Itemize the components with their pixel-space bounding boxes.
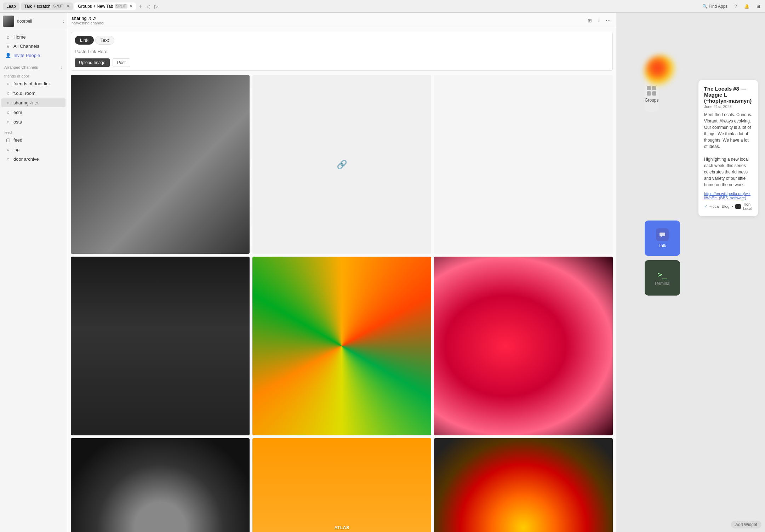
tab-leap[interactable]: Leap <box>3 2 19 10</box>
image-grid: 🔗 ATLAS 🔗 DEPARTMENTR <box>71 75 613 532</box>
post-form: Link Text Upload Image Post <box>71 32 613 71</box>
nav-forward-button[interactable]: ▷ <box>153 4 160 9</box>
content-area: sharing ♫ ♬ harvesting channel ⊞ ↕ ⋯ Lin… <box>67 13 616 532</box>
tab-groups-new-tab[interactable]: Groups + New Tab SPLIT ✕ <box>74 2 136 10</box>
groups-dot-1 <box>647 86 651 90</box>
link-icon-1: 🔗 <box>252 75 431 254</box>
grid-item-link-1[interactable]: 🔗 <box>252 75 431 254</box>
sidebar-item-ecm[interactable]: ○ ecm <box>1 108 65 117</box>
tab-leap-label: Leap <box>6 4 16 9</box>
channel-title-area: sharing ♫ ♬ harvesting channel <box>72 16 104 25</box>
sort-button[interactable]: ↕ <box>596 17 601 24</box>
check-icon: ✓ <box>704 204 707 209</box>
ecm-icon: ○ <box>6 110 11 115</box>
log-icon: ○ <box>6 147 11 152</box>
post-form-actions: Upload Image Post <box>75 58 609 67</box>
username-label: doorbell <box>17 19 32 24</box>
sidebar-item-fod-link[interactable]: ○ friends of door.link <box>1 79 65 88</box>
grid-view-button[interactable]: ⊞ <box>586 17 593 24</box>
info-card-link[interactable]: https://en.wikipedia.org/wiki/Waffle_(BB… <box>704 191 752 200</box>
close-tab-talk[interactable]: ✕ <box>67 4 69 8</box>
groups-grid-icon <box>647 86 656 96</box>
talk-widget-card[interactable]: Talk <box>645 221 680 256</box>
widget-cards-row-2: Talk <box>645 221 758 256</box>
split-btn-groups[interactable]: SPLIT <box>115 4 127 8</box>
tab-groups-label: Groups + New Tab <box>78 4 113 9</box>
grid-item-vinyl[interactable] <box>434 438 613 532</box>
add-tab-button[interactable]: + <box>137 3 143 10</box>
grid-item-1[interactable] <box>71 75 250 254</box>
fod-room-icon: ○ <box>6 91 11 96</box>
info-card-body: Meet the Locals. Curious. Vibrant. Alway… <box>704 111 752 188</box>
find-apps-button[interactable]: 🔍 Find Apps <box>700 3 730 10</box>
talk-icon <box>656 228 669 241</box>
add-widget-button[interactable]: Add Widget <box>731 521 761 528</box>
feed-section-label: feed <box>0 127 67 135</box>
grid-item-portrait[interactable] <box>71 257 250 435</box>
sidebar-item-door-archive[interactable]: ○ door archive <box>1 155 65 164</box>
top-bar-actions: 🔍 Find Apps ? 🔔 ⊞ <box>700 3 762 10</box>
info-card-date: June 21st, 2023 <box>704 104 752 109</box>
tab-talk-scratch[interactable]: Talk + scratch SPLIT ✕ <box>21 2 73 10</box>
grid-item-dark-emblem[interactable] <box>71 438 250 532</box>
sidebar-collapse-button[interactable]: ‹ <box>62 18 64 24</box>
close-tab-groups[interactable]: ✕ <box>130 4 132 8</box>
archive-icon: ○ <box>6 157 11 162</box>
more-options-button[interactable]: ⋯ <box>604 17 612 24</box>
grid-item-pink-macro[interactable] <box>434 257 613 435</box>
tlon-local-label: Tlon Local <box>743 202 752 211</box>
sidebar-nav: ⌂ Home # All Channels 👤 Invite People <box>0 30 67 62</box>
main-layout: doorbell ‹ ⌂ Home # All Channels 👤 Invit… <box>0 13 765 532</box>
upload-image-button[interactable]: Upload Image <box>75 58 110 67</box>
channels-icon: # <box>6 44 11 49</box>
split-btn-talk[interactable]: SPLIT <box>52 4 64 8</box>
channel-subtitle: harvesting channel <box>72 21 104 25</box>
tab-talk-scratch-label: Talk + scratch <box>24 4 51 9</box>
channel-header: sharing ♫ ♬ harvesting channel ⊞ ↕ ⋯ <box>67 13 616 28</box>
osts-icon: ○ <box>6 120 11 125</box>
channel-actions: ⊞ ↕ ⋯ <box>586 17 612 24</box>
home-icon: ⌂ <box>6 35 11 40</box>
grid-item-atlas[interactable]: ATLAS <box>252 438 431 532</box>
talk-card-label: Talk <box>658 243 666 248</box>
sidebar-item-all-channels[interactable]: # All Channels <box>1 42 65 51</box>
sidebar-item-sharing[interactable]: ○ sharing ♫ ♬ <box>1 98 65 107</box>
sort-channels-button[interactable]: ↕ <box>61 65 63 69</box>
sidebar-item-feed[interactable]: ▢ feed <box>1 136 65 144</box>
tlon-badge: T <box>735 204 741 209</box>
blog-label: Blog <box>722 204 730 208</box>
widget-cards-row-3: >_ Terminal <box>645 260 758 296</box>
help-button[interactable]: ? <box>732 3 739 10</box>
sidebar-item-osts[interactable]: ○ osts <box>1 118 65 126</box>
grid-menu-button[interactable]: ⊞ <box>754 3 762 10</box>
avatar <box>3 16 14 27</box>
terminal-widget-card[interactable]: >_ Terminal <box>645 260 680 296</box>
sidebar-item-fod-room[interactable]: ○ f.o.d. room <box>1 89 65 98</box>
terminal-card-label: Terminal <box>654 281 670 286</box>
info-card-title: The Locals #8 — Maggie L (~hopfyn-masmyn… <box>704 86 752 104</box>
nav-back-button[interactable]: ◁ <box>145 4 152 9</box>
feed-icon: ▢ <box>6 138 11 143</box>
blurry-avatar <box>645 55 676 87</box>
fod-link-icon: ○ <box>6 81 11 86</box>
terminal-icon: >_ <box>658 270 667 279</box>
sidebar-item-invite-people[interactable]: 👤 Invite People <box>1 51 65 60</box>
paste-link-input[interactable] <box>75 47 609 56</box>
notifications-button[interactable]: 🔔 <box>742 3 752 10</box>
post-button[interactable]: Post <box>113 58 130 67</box>
right-panel: Groups The Locals #8 — Maggie L (~hopfyn… <box>616 13 765 532</box>
post-form-tabs: Link Text <box>75 36 609 45</box>
grid-item-empty-1 <box>434 75 613 254</box>
tab-text-button[interactable]: Text <box>95 36 114 45</box>
invite-icon: 👤 <box>6 53 11 58</box>
top-bar: Leap Talk + scratch SPLIT ✕ Groups + New… <box>0 0 765 13</box>
grid-item-colorful-circle[interactable] <box>252 257 431 435</box>
tab-link-button[interactable]: Link <box>75 36 94 45</box>
widget-cards-area: Groups The Locals #8 — Maggie L (~hopfyn… <box>645 76 758 296</box>
info-card-footer: ✓ ~local Blog • T Tlon Local <box>704 202 752 211</box>
avatar-image <box>3 16 14 27</box>
talk-svg-icon <box>659 231 666 238</box>
sidebar-item-home[interactable]: ⌂ Home <box>1 33 65 41</box>
sidebar-item-log[interactable]: ○ log <box>1 145 65 154</box>
atlas-text: ATLAS <box>334 525 349 531</box>
